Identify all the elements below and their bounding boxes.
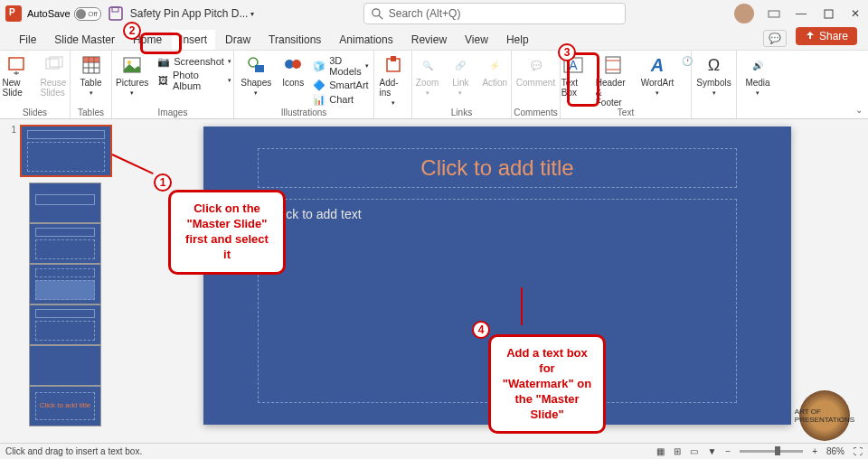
3d-models-icon: 🧊: [313, 60, 326, 72]
svg-rect-27: [606, 57, 620, 73]
layout-thumb[interactable]: [29, 223, 101, 264]
view-sorter-icon[interactable]: ⊞: [674, 446, 681, 456]
main: 1 Click to add title Click to add title …: [0, 119, 868, 443]
media-button[interactable]: 🔊Media▾: [740, 52, 775, 98]
shapes-button[interactable]: Shapes▾: [235, 52, 277, 107]
screenshot-button[interactable]: 📷Screenshot▾: [154, 54, 235, 69]
group-label-images: Images: [158, 108, 188, 117]
new-slide-icon: [5, 54, 27, 76]
smartart-icon: 🔷: [313, 79, 326, 91]
table-button[interactable]: Table▾: [75, 52, 108, 98]
annotation-bubble-1: 1: [154, 173, 172, 192]
annotation-bubble-2: 2: [123, 22, 141, 40]
comments-header-icon[interactable]: 💬: [763, 30, 787, 47]
group-label-comments: Comments: [514, 108, 557, 117]
tab-draw[interactable]: Draw: [217, 30, 259, 50]
title-placeholder[interactable]: Click to add title: [258, 148, 737, 188]
pictures-icon: [121, 54, 143, 76]
fit-window-icon[interactable]: ⛶: [854, 446, 863, 456]
zoom-level[interactable]: 86%: [826, 446, 844, 456]
svg-line-3: [379, 15, 382, 19]
master-slide-thumb[interactable]: [20, 125, 112, 177]
svg-rect-0: [109, 7, 122, 20]
avatar[interactable]: [734, 4, 754, 23]
comment-button: 💬Comment: [511, 52, 561, 89]
tab-help[interactable]: Help: [498, 30, 537, 50]
layout-thumb[interactable]: [29, 345, 101, 386]
maximize-icon[interactable]: [821, 6, 835, 21]
group-label-tables: Tables: [78, 108, 104, 117]
svg-rect-6: [9, 58, 24, 70]
powerpoint-icon: [5, 5, 22, 22]
smartart-button[interactable]: 🔷SmartArt: [309, 78, 372, 92]
save-icon[interactable]: [108, 6, 123, 21]
layout-thumb[interactable]: [29, 264, 101, 304]
addins-button[interactable]: Add-ins▾: [374, 52, 412, 108]
addins-icon: [382, 54, 404, 76]
wordart-button[interactable]: A WordArt▾: [636, 52, 680, 109]
thumbnails-panel: 1 Click to add title: [0, 119, 127, 443]
svg-rect-16: [83, 57, 99, 62]
annotation-bubble-3: 3: [558, 43, 576, 61]
group-label-slides: Slides: [23, 108, 47, 117]
view-normal-icon[interactable]: ▦: [656, 446, 665, 456]
new-slide-button[interactable]: New Slide: [0, 52, 35, 99]
svg-rect-4: [769, 11, 779, 17]
3d-models-button[interactable]: 🧊3D Models▾: [309, 54, 372, 78]
zoom-slider[interactable]: [740, 450, 803, 453]
tab-animations[interactable]: Animations: [331, 30, 401, 50]
master-thumb-wrap[interactable]: 1: [7, 125, 119, 177]
chart-icon: 📊: [313, 93, 326, 106]
status-text: Click and drag to insert a text box.: [5, 446, 142, 456]
tab-slide-master[interactable]: Slide Master: [46, 30, 123, 50]
group-label-links: Links: [451, 108, 472, 117]
chart-button[interactable]: 📊Chart: [309, 92, 372, 107]
table-icon: [80, 54, 102, 76]
svg-rect-20: [255, 65, 264, 72]
svg-point-18: [127, 61, 131, 64]
layout-thumb[interactable]: [29, 304, 101, 345]
icons-icon: [282, 54, 304, 76]
photo-album-button[interactable]: 🖼Photo Album▾: [154, 69, 235, 92]
tab-transitions[interactable]: Transitions: [260, 30, 329, 50]
ribbon-options-icon[interactable]: [767, 6, 781, 21]
pictures-button[interactable]: Pictures▾: [110, 52, 154, 98]
tab-review[interactable]: Review: [403, 30, 455, 50]
zoom-in-icon[interactable]: +: [812, 446, 817, 456]
media-icon: 🔊: [747, 54, 769, 76]
svg-point-22: [292, 60, 301, 69]
annotation-box-2: [140, 33, 182, 54]
layout-thumb[interactable]: [29, 183, 101, 223]
search-icon: [372, 8, 383, 20]
view-reading-icon[interactable]: ▭: [690, 446, 698, 456]
zoom-out-icon[interactable]: −: [725, 446, 731, 456]
reuse-slides-button: Reuse Slides: [35, 52, 73, 99]
layout-thumb[interactable]: Click to add title: [29, 386, 101, 426]
action-icon: ⚡: [484, 54, 505, 76]
icons-button[interactable]: Icons: [277, 52, 309, 107]
filename[interactable]: Safety Pin App Pitch D... ▾: [130, 7, 255, 20]
group-label-text: Text: [618, 108, 634, 117]
collapse-ribbon-icon[interactable]: ⌄: [855, 105, 863, 115]
minimize-icon[interactable]: —: [794, 6, 808, 21]
close-icon[interactable]: ✕: [848, 6, 863, 21]
screenshot-icon: 📷: [157, 55, 170, 68]
annotation-callout-1: Click on the "Master Slide" first and se…: [168, 190, 286, 275]
autosave[interactable]: AutoSave Off: [27, 7, 101, 21]
autosave-toggle[interactable]: Off: [74, 7, 101, 21]
group-label-illustrations: Illustrations: [281, 108, 327, 117]
symbols-button[interactable]: ΩSymbols▾: [691, 52, 736, 98]
annotation-callout-4: Add a text box for "Watermark" on the "M…: [488, 334, 606, 434]
share-button[interactable]: Share: [796, 27, 857, 45]
annotation-box-3: [567, 52, 599, 107]
tab-file[interactable]: File: [11, 30, 44, 50]
annotation-bubble-4: 4: [472, 321, 490, 339]
comment-icon: 💬: [525, 54, 547, 76]
view-slideshow-icon[interactable]: ▼: [707, 446, 716, 456]
tab-view[interactable]: View: [457, 30, 496, 50]
thumb-number: 1: [7, 125, 16, 135]
action-button: ⚡Action: [476, 52, 513, 98]
annotation-line-4: [521, 287, 523, 325]
search-input[interactable]: Search (Alt+Q): [363, 3, 626, 24]
svg-text:A: A: [650, 55, 664, 75]
